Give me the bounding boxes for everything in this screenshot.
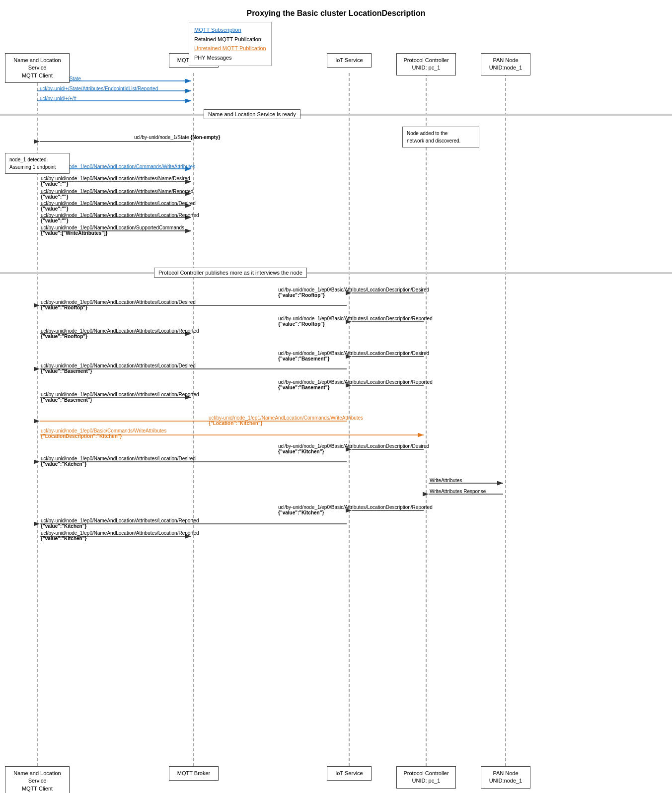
label-nal-location-desired-basement: ucl/by-unid/node_1/ep0/NameAndLocation/A…: [41, 363, 196, 374]
separator-pc-publishes-label: Protocol Controller publishes more as it…: [154, 268, 307, 278]
label-nal-location-reported-kitchen: ucl/by-unid/node_1/ep0/NameAndLocation/A…: [41, 518, 199, 529]
label-basic-locdesc-desired-basement: ucl/by-unid/node_1/ep0/Basic/Attributes/…: [278, 351, 429, 361]
label-nals-location-reported-kitchen: ucl/by-unid/node_1/ep0/NameAndLocation/A…: [41, 530, 199, 541]
label-writeattributes-pan: WriteAttributes: [430, 478, 462, 483]
label-location-reported-empty: ucl/by-unid/node_1/ep0/NameAndLocation/A…: [41, 213, 199, 223]
label-sub-hash: ucl/by-unid/+/+/#: [40, 96, 76, 101]
participant-broker-bottom: MQTT Broker: [169, 766, 219, 781]
label-node1-state: ucl/by-unid/node_1/State {Non-empty}: [134, 135, 220, 140]
legend-box: MQTT Subscription Retained MQTT Publicat…: [189, 22, 272, 66]
participant-pan-top: PAN NodeUNID:node_1: [481, 53, 530, 75]
legend-item-4: PHY Messages: [194, 53, 266, 63]
label-nal-location-desired-kitchen: ucl/by-unid/node_1/ep0/NameAndLocation/A…: [41, 456, 196, 467]
note-node1-detected: node_1 detected.Assuming 1 endpoint: [5, 153, 70, 174]
separator-ready-label: Name and Location Service is ready: [204, 109, 300, 119]
label-basic-locdesc-desired-rooftop: ucl/by-unid/node_1/ep0/Basic/Attributes/…: [278, 287, 429, 298]
participant-iot-bottom: IoT Service: [327, 766, 372, 781]
legend-item-2: Retained MQTT Publication: [194, 35, 266, 44]
label-basic-locdesc-desired-kitchen: ucl/by-unid/node_1/ep0/Basic/Attributes/…: [278, 443, 429, 454]
participant-nals-bottom: Name and Location ServiceMQTT Client: [5, 766, 70, 793]
label-nal-location-desired-rooftop: ucl/by-unid/node_1/ep0/NameAndLocation/A…: [41, 299, 196, 310]
note-node-added: Node added to thenetwork and discovered.: [402, 127, 479, 147]
participant-iot-top: IoT Service: [327, 53, 372, 68]
legend-item-1: MQTT Subscription: [194, 25, 266, 35]
separator-ready: [0, 114, 672, 116]
participant-pc-top: Protocol ControllerUNID: pc_1: [396, 53, 456, 75]
label-writeattributes-response: WriteAttributes Response: [430, 489, 486, 494]
label-nal-location-reported-rooftop: ucl/by-unid/node_1/ep0/NameAndLocation/A…: [41, 328, 199, 339]
label-ep1-writeattributes-kitchen: ucl/by-unid/node_1/ep1/NameAndLocation/C…: [209, 415, 363, 426]
legend-item-3: Unretained MQTT Publication: [194, 44, 266, 53]
participant-pc-bottom: Protocol ControllerUNID: pc_1: [396, 766, 456, 789]
label-ep0-basic-writeattributes-kitchen: ucl/by-unid/node_1/ep0/Basic/Commands/Wr…: [41, 428, 166, 439]
separator-pc-publishes: [0, 272, 672, 274]
participant-nals-top: Name and Location ServiceMQTT Client: [5, 53, 70, 83]
label-name-reported: ucl/by-unid/node_1/ep0/NameAndLocation/A…: [41, 189, 193, 200]
label-basic-locdesc-reported-rooftop: ucl/by-unid/node_1/ep0/Basic/Attributes/…: [278, 316, 433, 327]
label-name-desired: ucl/by-unid/node_1/ep0/NameAndLocation/A…: [41, 176, 190, 187]
label-sub-endpointlist: ucl/by-unid/+/State/Attributes/EndpointI…: [40, 86, 158, 91]
label-basic-locdesc-reported-kitchen: ucl/by-unid/node_1/ep0/Basic/Attributes/…: [278, 505, 433, 515]
label-basic-locdesc-reported-basement: ucl/by-unid/node_1/ep0/Basic/Attributes/…: [278, 379, 433, 390]
participant-pan-bottom: PAN NodeUNID:node_1: [481, 766, 530, 789]
diagram-container: Proxying the Basic cluster LocationDescr…: [0, 0, 672, 793]
diagram-title: Proxying the Basic cluster LocationDescr…: [0, 0, 672, 23]
label-location-desired-empty: ucl/by-unid/node_1/ep0/NameAndLocation/A…: [41, 201, 196, 212]
label-supported-commands: ucl/by-unid/node_1/ep0/NameAndLocation/S…: [41, 225, 184, 236]
label-nal-location-reported-basement: ucl/by-unid/node_1/ep0/NameAndLocation/A…: [41, 392, 199, 403]
